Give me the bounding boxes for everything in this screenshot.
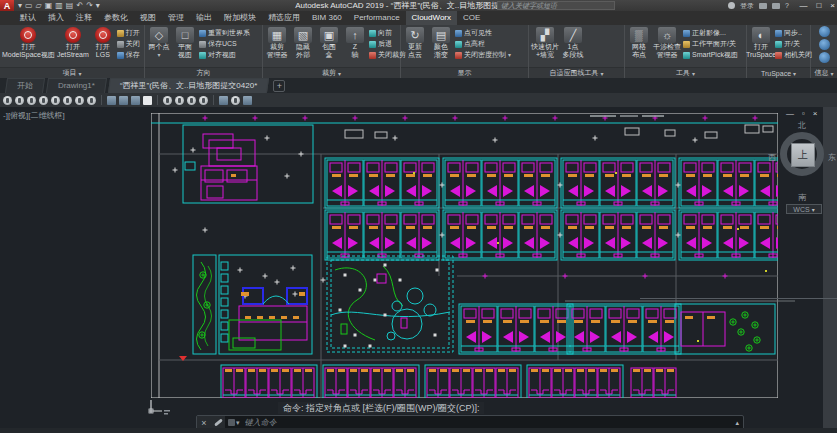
ortho-image-button[interactable]: 正射影像... (683, 28, 738, 38)
panel-label-adaptive[interactable]: 自适应围线工具▾ (529, 67, 624, 78)
crop-manager-button[interactable]: ▦ 裁剪 管理器 (265, 26, 289, 66)
project-save-button[interactable]: 保存 (117, 50, 140, 60)
toolbar-icon-17[interactable] (219, 96, 228, 105)
save-as-icon[interactable]: ▥ (55, 1, 63, 11)
info-icon-2[interactable] (819, 39, 830, 50)
point-visibility-button[interactable]: 点可见性 (455, 28, 511, 38)
panel-label-display[interactable]: 显示 (401, 67, 528, 78)
quick-slice-button[interactable]: ▞ 快速切片 +墙宽 (531, 26, 559, 66)
viewcube-top-face[interactable]: 上 (791, 143, 815, 167)
plot-icon[interactable]: ▤ (66, 1, 74, 11)
recent-commands-button[interactable]: ▾ (228, 419, 240, 427)
doc-tab-active-drawing[interactable]: “西祥里”(民俗、文..目地形图提交0420* (108, 78, 269, 93)
viewcube-west-label[interactable]: 西 (768, 152, 776, 163)
density-control-off-button[interactable]: 关闭密度控制▾ (455, 50, 511, 60)
tab-manage[interactable]: 管理 (162, 11, 190, 25)
toolbar-icon-10[interactable] (119, 96, 128, 105)
two-points-button[interactable]: ◇ 两个点 ▾ (147, 26, 171, 66)
signin-person-icon[interactable] (728, 2, 735, 9)
drawing-canvas[interactable]: -][俯视][二维线框] — ▫ × (0, 107, 837, 433)
save-icon[interactable]: ▣ (45, 1, 53, 11)
open-lgs-button[interactable]: 打开 LGS (91, 26, 115, 66)
plan-view-button[interactable]: □ 平面 视图 (173, 26, 197, 66)
save-ucs-button[interactable]: 保存UCS (199, 39, 250, 49)
point-elevation-button[interactable]: 点高程 (455, 39, 511, 49)
tab-insert[interactable]: 插入 (42, 11, 70, 25)
toolbar-icon-5[interactable] (51, 96, 60, 105)
project-open-button[interactable]: 打开 (117, 28, 140, 38)
tab-featured-apps[interactable]: 精选应用 (262, 11, 306, 25)
minimize-button[interactable]: — (799, 1, 807, 10)
info-icon-1[interactable] (819, 26, 830, 37)
cad-drawing[interactable] (145, 110, 795, 410)
bounding-box-button[interactable]: ▣ 包围 盒 (317, 26, 341, 66)
info-icon-3[interactable] (819, 52, 830, 63)
panel-label-direction[interactable]: 方向 (145, 67, 262, 78)
smartpick-view-button[interactable]: SmartPick视图 (683, 50, 738, 60)
reset-to-world-button[interactable]: 重置到世界系 (199, 28, 250, 38)
doc-minimize-button[interactable]: — (786, 109, 794, 118)
hide-outside-button[interactable]: ▧ 隐藏 外部 (291, 26, 315, 66)
camera-off-button[interactable]: 相机关闭 (775, 50, 812, 60)
viewport-controls-label[interactable]: -][俯视][二维线框] (3, 110, 65, 121)
truspace-sync-button[interactable]: 同步.. (775, 28, 812, 38)
open-modelspace-view-button[interactable]: 打开 ModelSpace视图 (2, 26, 55, 66)
help-icon[interactable]: ? (785, 2, 789, 9)
toolbar-icon-12[interactable] (143, 96, 152, 105)
clash-manager-button[interactable]: ☼ 干涉检查 管理器 (653, 26, 681, 66)
truspace-toggle-button[interactable]: 开/关 (775, 39, 812, 49)
search-input[interactable] (498, 2, 614, 9)
toolbar-icon-4[interactable] (39, 96, 48, 105)
toolbar-icon-19[interactable] (243, 96, 252, 105)
panel-label-crop[interactable]: 裁剪▾ (263, 67, 400, 78)
color-ramp-button[interactable]: ▤ 颜色 渐变 (429, 26, 453, 66)
doc-tab-drawing1[interactable]: Drawing1* (46, 78, 107, 93)
signin-label[interactable]: 登录 (740, 1, 754, 11)
tab-bim360[interactable]: BIM 360 (306, 11, 348, 25)
project-close-button[interactable]: 关闭 (117, 39, 140, 49)
one-point-polyline-button[interactable]: ╱ 1点 多段线 (561, 26, 585, 66)
tab-cloudworx[interactable]: CloudWorx (406, 11, 457, 25)
toolbar-icon-3[interactable] (27, 96, 36, 105)
command-expand-button[interactable]: ▴ (731, 419, 743, 427)
new-drawing-tab-button[interactable]: + (273, 80, 285, 92)
toolbar-icon-2[interactable] (15, 96, 24, 105)
app-menu-arrow-icon[interactable]: ▾ (18, 1, 22, 11)
panel-label-truspace[interactable]: TruSpace▾ (747, 67, 810, 78)
toolbar-icon-16[interactable] (199, 96, 208, 105)
toolbar-icon-1[interactable] (3, 96, 12, 105)
tab-default[interactable]: 默认 (14, 11, 42, 25)
toolbar-icon-13[interactable] (163, 96, 172, 105)
open-file-icon[interactable]: ▱ (36, 1, 42, 11)
doc-restore-button[interactable]: ▫ (802, 109, 805, 118)
maximize-button[interactable]: □ (816, 1, 821, 10)
doc-close-button[interactable]: × (813, 109, 818, 118)
app-menu-button[interactable]: A (0, 0, 14, 11)
toolbar-icon-6[interactable] (63, 96, 72, 105)
tab-addins[interactable]: 附加模块 (218, 11, 262, 25)
panel-label-info[interactable]: 信息▾ (811, 67, 837, 78)
tab-view[interactable]: 视图 (134, 11, 162, 25)
viewcube[interactable]: 北 西 东 南 上 WCS ▾ (772, 120, 834, 206)
tab-coe[interactable]: COE (457, 11, 486, 25)
qat-dropdown-icon[interactable]: ▾ (96, 1, 100, 11)
align-view-button[interactable]: 对齐视图 (199, 50, 250, 60)
toolbar-icon-15[interactable] (187, 96, 196, 105)
command-input[interactable] (243, 417, 732, 428)
tab-annotate[interactable]: 注释 (70, 11, 98, 25)
open-truspace-button[interactable]: ◐ 打开 TruSpace (749, 26, 773, 66)
a360-cloud-icon[interactable] (772, 3, 780, 9)
tab-output[interactable]: 输出 (190, 11, 218, 25)
grid-points-button[interactable]: ▒ 网格 布点 (627, 26, 651, 66)
toolbar-icon-9[interactable] (107, 96, 116, 105)
toolbar-icon-11[interactable] (131, 96, 140, 105)
new-file-icon[interactable]: ▭ (25, 1, 33, 11)
tab-parametric[interactable]: 参数化 (98, 11, 134, 25)
viewcube-east-label[interactable]: 东 (828, 152, 836, 163)
doc-tab-start[interactable]: 开始 (5, 78, 45, 93)
open-jetstream-button[interactable]: 打开 JetStream (57, 26, 89, 66)
redo-icon[interactable]: ↷ (86, 1, 93, 11)
undo-icon[interactable]: ↶ (76, 1, 83, 11)
close-button[interactable]: × (830, 1, 835, 10)
toolbar-icon-18[interactable] (231, 96, 240, 105)
